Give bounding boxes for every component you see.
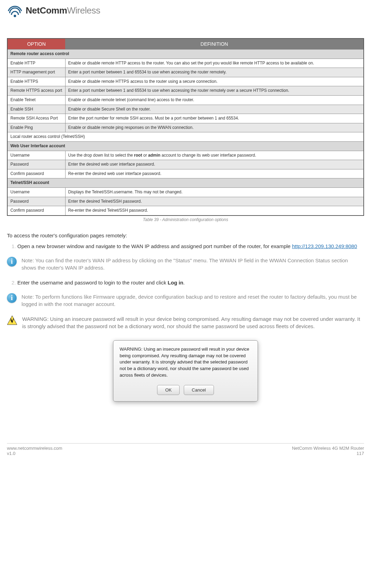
step-2: Enter the username and password to login… — [17, 279, 364, 286]
dialog-message: WARNING: Using an insecure password will… — [120, 346, 251, 379]
brand-header: NetCommWireless — [7, 3, 364, 17]
table-row: Confirm passwordRe-enter the desired Tel… — [7, 206, 364, 216]
section-local: Local router access control (Telnet/SSH) — [7, 132, 364, 142]
info-icon: i — [7, 293, 17, 303]
warning-note: WARNING: Using an insecure password will… — [7, 315, 364, 330]
table-row: HTTP management portEnter a port number … — [7, 68, 364, 77]
table-row: Enable HTTPSEnable or disable remote HTT… — [7, 77, 364, 86]
warning-icon — [7, 315, 17, 325]
table-row: Enable PingEnable or disable remote ping… — [7, 123, 364, 132]
info-icon: i — [7, 257, 17, 266]
example-url-link[interactable]: http://123.209.130.249:8080 — [292, 243, 357, 249]
table-row: Enable HTTPEnable or disable remote HTTP… — [7, 59, 364, 68]
table-row: Enable TelnetEnable or disable remote te… — [7, 95, 364, 105]
col-definition: DEFINITION — [65, 38, 364, 50]
table-row: UsernameDisplays the Telnet/SSH.username… — [7, 187, 364, 197]
section-telnet: Telnet/SSH account — [7, 178, 364, 188]
col-option: OPTION — [7, 38, 65, 50]
note-1: i Note: You can find the router's WAN IP… — [7, 257, 364, 271]
section-remote: Remote router access control — [7, 50, 364, 59]
cancel-button[interactable]: Cancel — [184, 385, 214, 395]
step-1: Open a new browser window and navigate t… — [17, 243, 364, 250]
definition-table: OPTION DEFINITION Remote router access c… — [7, 38, 364, 216]
note-2: i Note: To perform functions like Firmwa… — [7, 293, 364, 308]
table-row: PasswordEnter the desired web user inter… — [7, 160, 364, 169]
table-row: Confirm passwordRe-enter the desired web… — [7, 169, 364, 178]
table-row: Remote SSH Access PortEnter the port num… — [7, 114, 364, 123]
section-web: Web User Interface account — [7, 141, 364, 151]
footer-url: www.netcommwireless.com — [7, 446, 62, 451]
table-row: PasswordEnter the desired Telnet/SSH pas… — [7, 197, 364, 206]
footer-page: 117 — [292, 451, 364, 456]
page-footer: www.netcommwireless.com v1.0 NetComm Wir… — [7, 443, 364, 456]
brand-logo-text: NetCommWireless — [26, 5, 100, 16]
svg-point-0 — [14, 15, 16, 17]
table-row: UsernameUse the drop down list to select… — [7, 151, 364, 160]
table-row: Remote HTTPS access portEnter a port num… — [7, 86, 364, 96]
dialog-buttons: OK Cancel — [120, 385, 251, 395]
intro-text: To access the router's configuration pag… — [7, 232, 364, 238]
table-row: Enable SSHEnable or disable Secure Shell… — [7, 105, 364, 114]
footer-version: v1.0 — [7, 451, 62, 456]
brand-logo-icon — [7, 3, 23, 17]
warning-dialog: WARNING: Using an insecure password will… — [113, 340, 258, 402]
table-caption: Table 39 - Administration configuration … — [7, 217, 364, 222]
footer-product: NetComm Wireless 4G M2M Router — [292, 446, 364, 451]
svg-marker-1 — [7, 316, 17, 325]
ok-button[interactable]: OK — [157, 385, 180, 395]
